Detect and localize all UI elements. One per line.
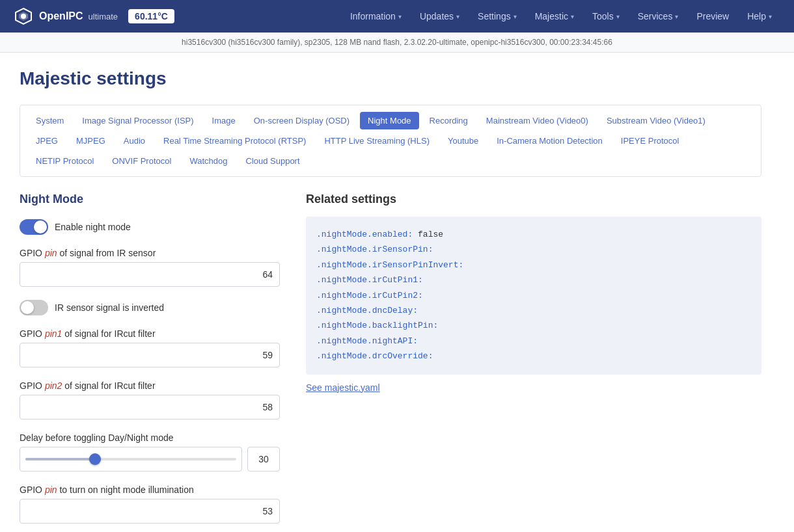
code-key: .nightMode.drcOverride: [316,351,433,361]
nav-arrow-icon: ▾ [616,13,620,20]
nav-label: Majestic [535,11,568,21]
nav-label: Tools [592,11,614,21]
code-key: .nightMode.dncDelay: [316,306,418,315]
gpio-illum-label: GPIO pin to turn on night mode illuminat… [20,485,280,495]
tab-substream-video--video1-[interactable]: Substream Video (Video1) [599,112,713,129]
tab-youtube[interactable]: Youtube [440,132,486,150]
nav-item-updates[interactable]: Updates▾ [411,0,469,33]
slider-value-box: 30 [247,447,280,472]
brand-suffix: ultimate [89,12,118,21]
slider-thumb[interactable] [89,453,101,465]
nav-item-majestic[interactable]: Majestic▾ [526,0,583,33]
tab-real-time-streaming-protocol--rtsp-[interactable]: Real Time Streaming Protocol (RTSP) [156,132,314,150]
tab-ipeye-protocol[interactable]: IPEYE Protocol [613,132,687,150]
nav-arrow-icon: ▾ [675,13,678,20]
tab-system[interactable]: System [28,112,72,129]
code-line: .nightMode.nightAPI: [316,334,751,349]
gpio-illum-group: GPIO pin to turn on night mode illuminat… [20,485,280,524]
delay-label: Delay before toggling Day/Night mode [20,432,280,443]
gpio-pin2-input[interactable] [20,395,280,419]
night-mode-section-title: Night Mode [20,193,280,206]
gpio-pin-highlight: pin [45,248,57,258]
gpio-pin1-highlight: pin1 [45,328,62,339]
nav-arrow-icon: ▾ [513,13,517,20]
delay-group: Delay before toggling Day/Night mode 30 [20,432,280,472]
tab-on-screen-display--osd-[interactable]: On-screen Display (OSD) [246,112,357,129]
code-key: .nightMode.irCutPin1: [316,275,423,285]
code-key: .nightMode.nightAPI: [316,336,418,346]
slider-track [25,458,236,460]
slider-row: 30 [20,447,280,472]
code-key: .nightMode.backlightPin: [316,321,438,330]
ir-sensor-inverted-toggle[interactable] [20,300,48,315]
gpio-pin-ir-group: GPIO pin of signal from IR sensor [20,248,280,287]
code-line: .nightMode.enabled: false [316,227,751,242]
slider-wrapper [20,447,242,472]
nav-label: Settings [478,11,511,21]
nav-label: Help [747,11,766,21]
page-content: Majestic settings SystemImage Signal Pro… [0,53,781,532]
tab-audio[interactable]: Audio [116,132,153,150]
tab-mainstream-video--video0-[interactable]: Mainstream Video (Video0) [478,112,596,129]
tab-image[interactable]: Image [204,112,243,129]
code-line: .nightMode.drcOverride: [316,349,751,364]
tab-in-camera-motion-detection[interactable]: In-Camera Motion Detection [489,132,610,150]
tabs-container: SystemImage Signal Processor (ISP)ImageO… [20,105,761,177]
svg-point-2 [21,14,26,19]
nav-arrow-icon: ▾ [456,13,459,20]
brand-name: OpenIPC [39,10,83,22]
gpio-pin1-input[interactable] [20,343,280,367]
code-val: false [413,230,443,239]
device-info-text: hi3516cv300 (hi3516cv300 family), sp2305… [182,38,612,47]
gpio-pin1-label: GPIO pin1 of signal for IRcut filter [20,328,280,339]
tab-recording[interactable]: Recording [422,112,476,129]
gpio-pin-ir-input[interactable] [20,262,280,287]
openipc-logo-icon [13,6,34,27]
brand-logo[interactable]: OpenIPC ultimate [13,6,118,27]
nav-item-services[interactable]: Services▾ [629,0,688,33]
code-key: .nightMode.irCutPin2: [316,291,423,300]
nav-label: Updates [420,11,454,21]
tab-image-signal-processor--isp-[interactable]: Image Signal Processor (ISP) [74,112,201,129]
gpio-pin2-group: GPIO pin2 of signal for IRcut filter [20,380,280,419]
code-line: .nightMode.backlightPin: [316,318,751,333]
device-info-bar: hi3516cv300 (hi3516cv300 family), sp2305… [0,33,794,53]
tab-mjpeg[interactable]: MJPEG [68,132,113,150]
code-line: .nightMode.irSensorPinInvert: [316,258,751,273]
tab-netip-protocol[interactable]: NETIP Protocol [28,152,102,170]
enable-night-mode-toggle[interactable] [20,219,48,235]
nav-item-settings[interactable]: Settings▾ [469,0,526,33]
main-layout: Night Mode Enable night mode GPIO pin of… [20,193,761,532]
code-key: .nightMode.enabled: [316,230,413,239]
toggle-knob [34,220,47,233]
code-line: .nightMode.irCutPin1: [316,273,751,287]
ir-sensor-inverted-label: IR sensor signal is inverted [55,302,164,313]
ir-sensor-inverted-row: IR sensor signal is inverted [20,300,280,315]
nav-item-preview[interactable]: Preview [687,0,738,33]
slider-value: 30 [258,454,269,464]
tab-watchdog[interactable]: Watchdog [182,152,235,170]
tab-night-mode[interactable]: Night Mode [360,112,418,129]
gpio-illum-highlight: pin [45,485,57,495]
tab-onvif-protocol[interactable]: ONVIF Protocol [104,152,179,170]
code-key: .nightMode.irSensorPin: [316,245,433,254]
tab-cloud-support[interactable]: Cloud Support [238,152,307,170]
related-settings-title: Related settings [306,193,761,206]
nav-item-information[interactable]: Information▾ [341,0,411,33]
nav-arrow-icon: ▾ [571,13,574,20]
yaml-link[interactable]: See majestic.yaml [306,382,380,393]
gpio-illum-input[interactable] [20,499,280,524]
page-title: Majestic settings [20,68,761,89]
nav-arrow-icon: ▾ [398,13,402,20]
nav-item-tools[interactable]: Tools▾ [583,0,629,33]
right-panel: Related settings .nightMode.enabled: fal… [306,193,761,393]
code-line: .nightMode.dncDelay: [316,303,751,318]
code-key: .nightMode.irSensorPinInvert: [316,260,463,270]
gpio-pin-ir-label: GPIO pin of signal from IR sensor [20,248,280,258]
nav-item-help[interactable]: Help▾ [738,0,781,33]
gpio-pin2-label: GPIO pin2 of signal for IRcut filter [20,380,280,391]
tab-http-live-streaming--hls-[interactable]: HTTP Live Streaming (HLS) [316,132,437,150]
tab-jpeg[interactable]: JPEG [28,132,66,150]
code-block: .nightMode.enabled: false.nightMode.irSe… [306,217,761,375]
enable-night-mode-row: Enable night mode [20,219,280,235]
